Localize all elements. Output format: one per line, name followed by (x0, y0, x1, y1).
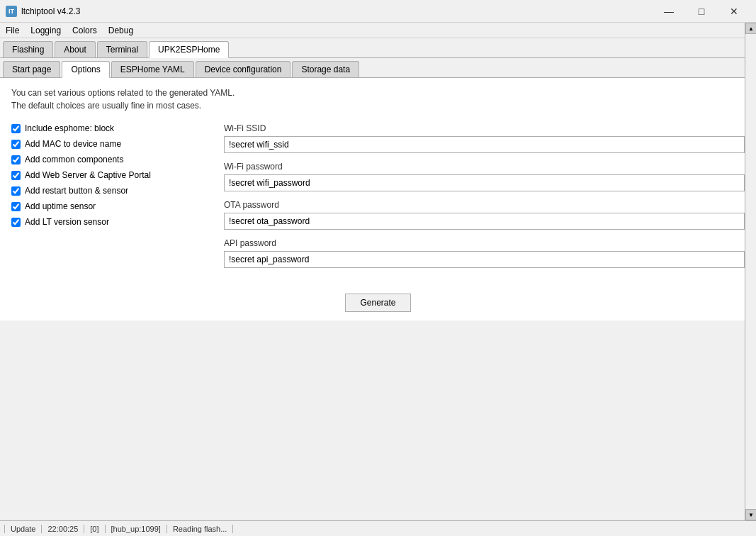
app-tab-bar: Flashing About Terminal UPK2ESPHome (0, 38, 756, 58)
generate-button[interactable]: Generate (345, 294, 410, 312)
status-time: 22:00:25 (42, 525, 84, 533)
checkbox-label-add-web-server[interactable]: Add Web Server & Captive Portal (25, 170, 151, 180)
minimize-button[interactable]: — (653, 0, 685, 23)
scroll-up-button[interactable]: ▲ (745, 23, 756, 34)
checkbox-label-add-restart[interactable]: Add restart button & sensor (25, 186, 128, 196)
description-line1: You can set various options related to t… (11, 86, 745, 99)
menu-bar: File Logging Colors Debug (0, 23, 756, 38)
checkbox-row-4: Add Web Server & Captive Portal (11, 170, 224, 180)
app-window: IT ltchiptool v4.2.3 — □ ✕ File Logging … (0, 0, 756, 536)
tab-terminal[interactable]: Terminal (97, 41, 147, 57)
subtab-options[interactable]: Options (62, 61, 109, 78)
wifi-password-input[interactable] (224, 174, 745, 191)
checkbox-row-6: Add uptime sensor (11, 201, 224, 211)
checkbox-add-uptime[interactable] (11, 202, 21, 211)
checkbox-row-2: Add MAC to device name (11, 139, 224, 149)
generate-button-container: Generate (11, 279, 745, 312)
menu-colors[interactable]: Colors (67, 24, 103, 37)
title-bar: IT ltchiptool v4.2.3 — □ ✕ (0, 0, 756, 23)
scroll-down-button[interactable]: ▼ (745, 509, 756, 520)
subtab-device-configuration[interactable]: Device configuration (196, 61, 291, 77)
checkbox-label-add-mac[interactable]: Add MAC to device name (25, 139, 121, 149)
checkbox-add-common[interactable] (11, 155, 21, 164)
upk-panel: Start page Options ESPHome YAML Device c… (0, 58, 756, 520)
wifi-ssid-label: Wi-Fi SSID (224, 123, 745, 133)
checkbox-label-add-common[interactable]: Add common components (25, 155, 123, 164)
ota-password-label: OTA password (224, 200, 745, 210)
status-reading: Reading flash... (167, 525, 233, 533)
description: You can set various options related to t… (11, 86, 745, 112)
options-panel: You can set various options related to t… (0, 78, 756, 320)
scrollbar[interactable]: ▲ ▼ (745, 23, 756, 520)
left-options: Include esphome: block Add MAC to device… (11, 123, 224, 268)
tab-flashing[interactable]: Flashing (3, 41, 53, 57)
title-bar-title: ltchiptool v4.2.3 (21, 6, 653, 16)
maximize-button[interactable]: □ (685, 0, 718, 23)
window-controls: — □ ✕ (653, 0, 750, 23)
checkbox-add-web-server[interactable] (11, 171, 21, 180)
api-password-input[interactable] (224, 251, 745, 268)
checkbox-label-include-esphome[interactable]: Include esphome: block (25, 123, 114, 133)
subtab-esphome-yaml[interactable]: ESPHome YAML (111, 61, 194, 77)
checkbox-add-lt-version[interactable] (11, 218, 21, 227)
close-button[interactable]: ✕ (718, 0, 750, 23)
description-line2: The default choices are usually fine in … (11, 99, 745, 112)
tab-about[interactable]: About (55, 41, 95, 57)
checkbox-row-7: Add LT version sensor (11, 217, 224, 227)
tab-upk2esphome[interactable]: UPK2ESPHome (149, 41, 229, 58)
checkbox-row-5: Add restart button & sensor (11, 186, 224, 196)
sub-tab-bar: Start page Options ESPHome YAML Device c… (0, 58, 756, 78)
menu-logging[interactable]: Logging (25, 24, 67, 37)
wifi-ssid-input[interactable] (224, 136, 745, 153)
subtab-start-page[interactable]: Start page (3, 61, 60, 77)
checkbox-add-restart[interactable] (11, 186, 21, 196)
wifi-password-label: Wi-Fi password (224, 162, 745, 172)
checkbox-include-esphome[interactable] (11, 124, 21, 133)
scroll-track[interactable] (745, 34, 756, 509)
checkbox-label-add-lt-version[interactable]: Add LT version sensor (25, 217, 109, 227)
app-icon: IT (6, 6, 17, 17)
status-count: [0] (84, 525, 105, 533)
ota-password-input[interactable] (224, 213, 745, 230)
checkbox-add-mac[interactable] (11, 140, 21, 149)
options-layout: Include esphome: block Add MAC to device… (11, 123, 745, 268)
status-bar: Update 22:00:25 [0] [hub_up:1099] Readin… (0, 520, 756, 536)
status-update: Update (4, 525, 42, 533)
status-hub: [hub_up:1099] (106, 525, 167, 533)
subtab-storage-data[interactable]: Storage data (292, 61, 359, 77)
menu-file[interactable]: File (0, 24, 25, 37)
checkbox-label-add-uptime[interactable]: Add uptime sensor (25, 201, 96, 211)
menu-debug[interactable]: Debug (103, 24, 139, 37)
right-options: Wi-Fi SSID Wi-Fi password OTA password A… (224, 123, 745, 268)
checkbox-row-3: Add common components (11, 155, 224, 164)
checkbox-row-1: Include esphome: block (11, 123, 224, 133)
api-password-label: API password (224, 238, 745, 248)
